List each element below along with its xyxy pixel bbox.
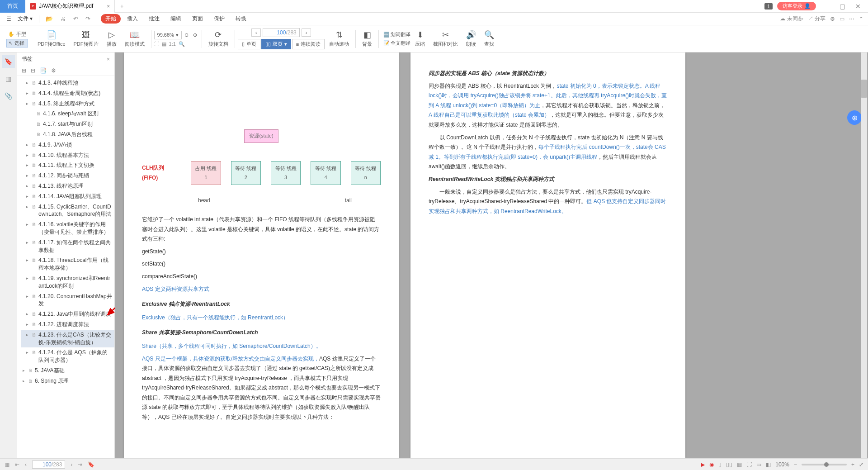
- new-tab-button[interactable]: +: [115, 3, 129, 9]
- dot2-icon[interactable]: ◉: [709, 461, 714, 468]
- expand-arrow-icon[interactable]: ▸: [26, 239, 30, 246]
- menu-protect[interactable]: 保护: [209, 14, 229, 24]
- view3-icon[interactable]: ▦: [737, 461, 742, 468]
- bookmark-item[interactable]: ▸🗎4.1.23. 什么是CAS（比较并交换-乐观锁机制-锁自旋）: [21, 330, 114, 348]
- menu-annotate[interactable]: 批注: [144, 14, 164, 24]
- more-icon[interactable]: ⋯: [849, 16, 854, 22]
- expand-arrow-icon[interactable]: ▸: [26, 182, 30, 189]
- bookmark-item[interactable]: ▸🗎4.1.17. 如何在两个线程之间共享数据: [21, 237, 114, 256]
- bookmark-item[interactable]: ▸🗎4.1.7. start与run区别: [21, 119, 114, 129]
- attachment-rail-icon[interactable]: 📎: [2, 90, 15, 102]
- crop-compare[interactable]: ✂截图和对比: [429, 29, 462, 48]
- dot1-icon[interactable]: ▶: [701, 461, 705, 468]
- fit-page-icon[interactable]: ▦: [162, 41, 166, 47]
- expand-arrow-icon[interactable]: ▸: [26, 331, 30, 338]
- undo-icon[interactable]: ↶: [71, 15, 81, 22]
- expand-arrow-icon[interactable]: ▸: [26, 79, 30, 86]
- bookmark-item[interactable]: ▸🗎4.1.14. JAVA阻塞队列原理: [21, 191, 114, 202]
- bookmark-settings-icon[interactable]: ⚙: [51, 67, 56, 74]
- bookmark-item[interactable]: ▸🗎4.1.12. 同步锁与死锁: [21, 171, 114, 181]
- expand-arrow-icon[interactable]: ▸: [26, 275, 30, 281]
- read-aloud[interactable]: 🔊朗读: [462, 29, 480, 48]
- view2-icon[interactable]: ▯▯: [726, 461, 732, 468]
- document-tab[interactable]: P JAVA核心知识整理.pdf ×: [25, 0, 115, 13]
- select-tool[interactable]: ↖选择: [6, 39, 28, 47]
- close-icon[interactable]: ✕: [853, 3, 863, 10]
- auto-scroll[interactable]: ⇅自动滚动: [326, 29, 353, 48]
- minimize-icon[interactable]: —: [821, 3, 832, 10]
- zoom-knob[interactable]: [824, 462, 829, 467]
- share-button[interactable]: ↗ 分享: [808, 15, 826, 23]
- add-bookmark-icon[interactable]: 📑: [40, 67, 47, 74]
- double-page-mode[interactable]: ▯▯ 双页 ▾: [261, 39, 291, 49]
- maximize-icon[interactable]: ▢: [837, 3, 848, 10]
- actual-size-icon[interactable]: 1:1: [169, 41, 176, 47]
- single-page-mode[interactable]: ▯ 单页: [238, 39, 260, 49]
- menu-start[interactable]: 开始: [101, 14, 121, 24]
- view6-icon[interactable]: ◧: [766, 461, 771, 468]
- sidebar-toggle-icon[interactable]: ▥: [5, 461, 9, 468]
- find-button[interactable]: 🔍查找: [481, 29, 498, 48]
- bookmark-item[interactable]: ▸🗎4.1.21. Java中用到的线程调度: [21, 309, 114, 319]
- bookmark-item[interactable]: ▸🗎4.1.10. 线程基本方法: [21, 150, 114, 161]
- zoom-out-status-icon[interactable]: −: [794, 461, 797, 468]
- expand-arrow-icon[interactable]: ▸: [26, 221, 30, 228]
- scrollbar-thumb[interactable]: [861, 80, 867, 98]
- zoom-in-icon[interactable]: ⊕: [191, 32, 199, 38]
- bookmark-item[interactable]: ▸🗎4.1.4. 线程生命周期(状态): [21, 88, 114, 99]
- close-panel-icon[interactable]: ×: [107, 56, 110, 62]
- full-translate[interactable]: 📝 全文翻译: [383, 40, 410, 47]
- view4-icon[interactable]: ⛶: [746, 461, 752, 468]
- expand-arrow-icon[interactable]: ▸: [26, 310, 30, 317]
- guest-login-button[interactable]: 访客登录 👤: [777, 2, 816, 10]
- vertical-scrollbar[interactable]: [861, 52, 867, 458]
- bookmark-item[interactable]: ▸🗎4.1.9. JAVA锁: [21, 140, 114, 150]
- settings-icon[interactable]: ⚙: [830, 16, 835, 22]
- next-page-button[interactable]: ›: [302, 28, 311, 37]
- bookmark-item[interactable]: ▸🗎4.1.18. ThreadLocal作用（线程本地存储）: [21, 255, 114, 273]
- bookmark-item[interactable]: ▸🗎4.1.5. 终止线程4种方式: [21, 99, 114, 109]
- bookmark-item[interactable]: ▸🗎6. Spring 原理: [21, 376, 114, 386]
- assistant-float-button[interactable]: ⊕: [847, 110, 862, 125]
- thumbnail-rail-icon[interactable]: ▥: [2, 72, 15, 85]
- bookmark-item[interactable]: ▸🗎4.1.6. sleep与wait 区别: [21, 109, 114, 119]
- close-tab-icon[interactable]: ×: [107, 3, 110, 9]
- expand-arrow-icon[interactable]: ▸: [26, 90, 30, 96]
- fit-width-icon[interactable]: ⛶: [154, 41, 159, 47]
- redo-icon[interactable]: ↷: [83, 15, 93, 22]
- bookmark-item[interactable]: ▸🗎4.1.16. volatile关键字的作用（变量可见性、禁止重排序）: [21, 219, 114, 237]
- expand-all-icon[interactable]: ⊞: [22, 67, 26, 74]
- file-menu[interactable]: 文件 ▾: [15, 15, 35, 23]
- expand-arrow-icon[interactable]: ▸: [26, 141, 30, 148]
- home-tab[interactable]: 首页: [0, 0, 25, 13]
- bookmark-status-icon[interactable]: 🔖: [88, 461, 94, 468]
- bookmark-item[interactable]: ▸🗎4.1.24. 什么是 AQS（抽象的队列同步器）: [21, 347, 114, 366]
- bookmark-item[interactable]: ▸🗎4.1.11. 线程上下文切换: [21, 160, 114, 171]
- menu-page[interactable]: 页面: [188, 14, 208, 24]
- fullscreen-icon[interactable]: ⤢: [859, 461, 863, 468]
- expand-arrow-icon[interactable]: ▸: [26, 349, 30, 356]
- expand-arrow-icon[interactable]: ▸: [26, 100, 30, 107]
- notification-badge[interactable]: 1: [764, 3, 773, 9]
- bookmark-item[interactable]: ▸🗎4.1.15. CyclicBarrier、CountDownLatch、S…: [21, 202, 114, 220]
- read-mode[interactable]: 📖阅读模式: [121, 29, 148, 48]
- expand-arrow-icon[interactable]: ▸: [26, 152, 30, 158]
- expand-arrow-icon[interactable]: ▸: [26, 161, 30, 168]
- document-viewport[interactable]: ⊕ 资源(state) CLH队列(FIFO) 占用 线程1 等待 线程2 等待…: [115, 52, 868, 458]
- menu-convert[interactable]: 转换: [231, 14, 251, 24]
- zoom-out-icon[interactable]: ⊖: [183, 32, 190, 38]
- first-page-icon[interactable]: ⇤: [13, 461, 21, 468]
- expand-arrow-icon[interactable]: ▸: [23, 377, 26, 384]
- word-translate[interactable]: 🔤 划词翻译: [383, 31, 410, 38]
- bookmark-item[interactable]: ▸🗎4.1.8. JAVA后台线程: [21, 129, 114, 140]
- bookmark-item[interactable]: ▸🗎4.1.3. 4种线程池: [21, 78, 114, 88]
- menu-edit[interactable]: 编辑: [166, 14, 186, 24]
- prev-page-button[interactable]: ‹: [251, 28, 261, 37]
- expand-arrow-icon[interactable]: ▸: [26, 293, 30, 299]
- bookmark-rail-icon[interactable]: 🔖: [2, 55, 15, 68]
- sync-status[interactable]: ☁ 未同步: [780, 15, 803, 23]
- print-icon[interactable]: 🖨: [57, 15, 69, 22]
- bookmark-item[interactable]: ▸🗎4.1.20. ConcurrentHashMap并发: [21, 291, 114, 309]
- compress-button[interactable]: ⬇压缩: [411, 29, 429, 48]
- expand-arrow-icon[interactable]: ▸: [26, 172, 30, 179]
